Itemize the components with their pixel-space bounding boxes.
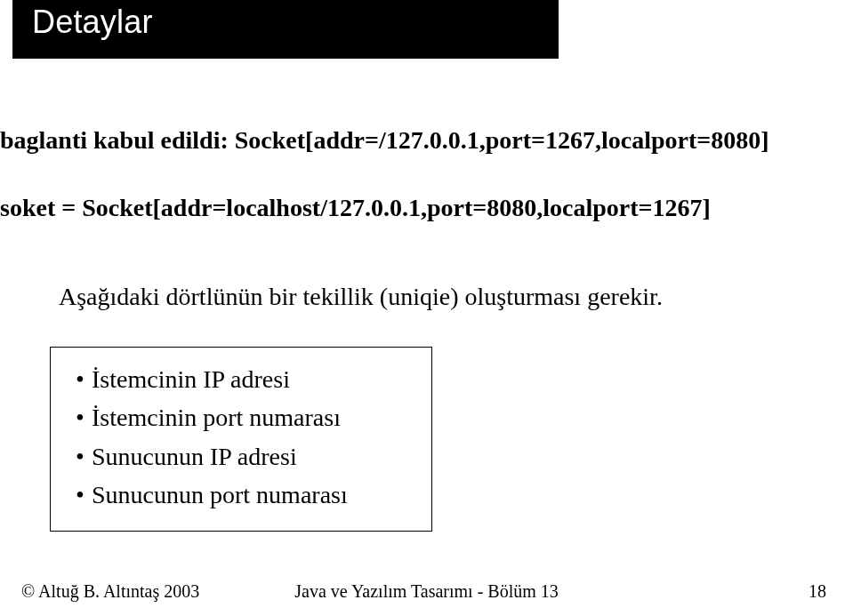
info-box: İstemcinin IP adresi İstemcinin port num… bbox=[50, 347, 432, 532]
footer-copyright: © Altuğ B. Altıntaş 2003 bbox=[21, 581, 199, 602]
code-line-1: baglanti kabul edildi: Socket[addr=/127.… bbox=[0, 126, 769, 155]
slide-title: Detaylar bbox=[32, 4, 153, 41]
title-bar: Detaylar bbox=[12, 0, 559, 59]
subheading: Aşağıdaki dörtlünün bir tekillik (uniqie… bbox=[59, 283, 663, 311]
code-line-2: soket = Socket[addr=localhost/127.0.0.1,… bbox=[0, 194, 711, 222]
list-item: İstemcinin port numarası bbox=[76, 398, 414, 436]
list-item: İstemcinin IP adresi bbox=[76, 360, 414, 398]
footer-page-number: 18 bbox=[809, 581, 826, 602]
footer-section: Java ve Yazılım Tasarımı - Bölüm 13 bbox=[294, 581, 559, 602]
info-list: İstemcinin IP adresi İstemcinin port num… bbox=[68, 360, 414, 515]
list-item: Sunucunun port numarası bbox=[76, 476, 414, 514]
list-item: Sunucunun IP adresi bbox=[76, 437, 414, 476]
